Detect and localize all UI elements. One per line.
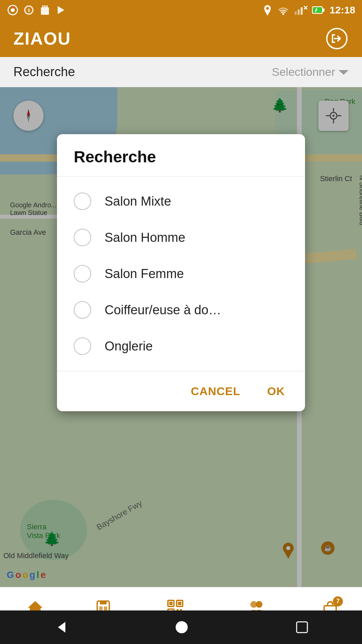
svg-rect-21: [322, 8, 324, 12]
svg-point-14: [282, 13, 284, 15]
back-button[interactable]: [53, 620, 68, 635]
option-label-salon-femme: Salon Femme: [105, 267, 184, 281]
chevron-down-icon: [339, 69, 349, 75]
select-dropdown-label: Selectionner: [272, 65, 335, 78]
home-circle-icon: [174, 620, 189, 635]
svg-rect-8: [44, 5, 46, 8]
search-dialog: Recherche Salon Mixte Salon Homme Salon …: [57, 134, 305, 411]
svg-rect-15: [295, 11, 297, 15]
dialog-title-divider: [57, 176, 305, 176]
svg-rect-49: [178, 602, 181, 605]
logout-button[interactable]: [325, 27, 349, 50]
system-nav-bar: [0, 610, 362, 644]
svg-point-62: [176, 621, 188, 633]
search-label: Recherche: [13, 65, 75, 79]
recents-icon: [295, 621, 309, 634]
svg-marker-26: [339, 70, 349, 75]
gps-app-icon: [7, 4, 19, 16]
radio-onglerie[interactable]: [74, 337, 91, 355]
status-bar-right-icons: 12:18: [262, 4, 355, 16]
radio-salon-mixte[interactable]: [74, 193, 91, 210]
home-button[interactable]: [174, 620, 189, 635]
svg-text:$: $: [28, 8, 30, 13]
svg-rect-17: [301, 7, 303, 15]
dialog-options: Salon Mixte Salon Homme Salon Femme Coif…: [57, 180, 305, 368]
svg-point-57: [256, 601, 262, 608]
option-label-coiffeur-domicile: Coiffeur/euse à do…: [105, 303, 221, 317]
svg-rect-7: [42, 5, 44, 8]
option-salon-homme[interactable]: Salon Homme: [57, 219, 305, 256]
option-label-onglerie: Onglerie: [105, 339, 153, 354]
option-label-salon-homme: Salon Homme: [105, 230, 185, 245]
ok-button[interactable]: OK: [260, 381, 292, 401]
sd-card-icon: [39, 4, 51, 16]
svg-rect-9: [46, 5, 48, 8]
play-store-icon: [55, 4, 67, 16]
radio-salon-femme[interactable]: [74, 265, 91, 282]
radio-coiffeur-domicile[interactable]: [74, 301, 91, 319]
svg-rect-63: [297, 622, 307, 633]
back-icon: [53, 620, 68, 635]
svg-point-1: [11, 8, 15, 12]
cancel-button[interactable]: CANCEL: [184, 381, 247, 401]
app-header: ZIAOU: [0, 20, 362, 57]
wifi-icon: [277, 5, 289, 15]
select-dropdown[interactable]: Selectionner: [272, 65, 349, 78]
svg-marker-61: [58, 622, 65, 633]
option-coiffeur-domicile[interactable]: Coiffeur/euse à do…: [57, 292, 305, 328]
status-bar: $: [0, 0, 362, 20]
dialog-title: Recherche: [57, 134, 305, 176]
svg-rect-16: [298, 9, 300, 15]
option-label-salon-mixte: Salon Mixte: [105, 194, 171, 209]
option-salon-femme[interactable]: Salon Femme: [57, 256, 305, 292]
coin-icon: $: [23, 4, 35, 16]
svg-marker-10: [58, 6, 64, 14]
svg-rect-43: [100, 601, 107, 604]
shop-badge: 7: [333, 596, 343, 606]
recents-button[interactable]: [295, 621, 309, 634]
battery-icon: [312, 5, 325, 15]
search-bar: Recherche Selectionner: [0, 57, 362, 87]
location-icon: [262, 4, 273, 16]
logout-icon: [325, 27, 349, 50]
signal-icon: [294, 5, 307, 15]
svg-rect-6: [41, 7, 49, 15]
status-bar-left-icons: $: [7, 4, 67, 16]
option-onglerie[interactable]: Onglerie: [57, 328, 305, 364]
dialog-buttons: CANCEL OK: [57, 371, 305, 411]
app-title: ZIAOU: [13, 29, 71, 49]
radio-salon-homme[interactable]: [74, 229, 91, 246]
svg-rect-47: [169, 602, 173, 605]
clock: 12:18: [329, 4, 355, 16]
svg-marker-12: [264, 10, 270, 16]
svg-point-13: [266, 7, 269, 10]
option-salon-mixte[interactable]: Salon Mixte: [57, 183, 305, 219]
